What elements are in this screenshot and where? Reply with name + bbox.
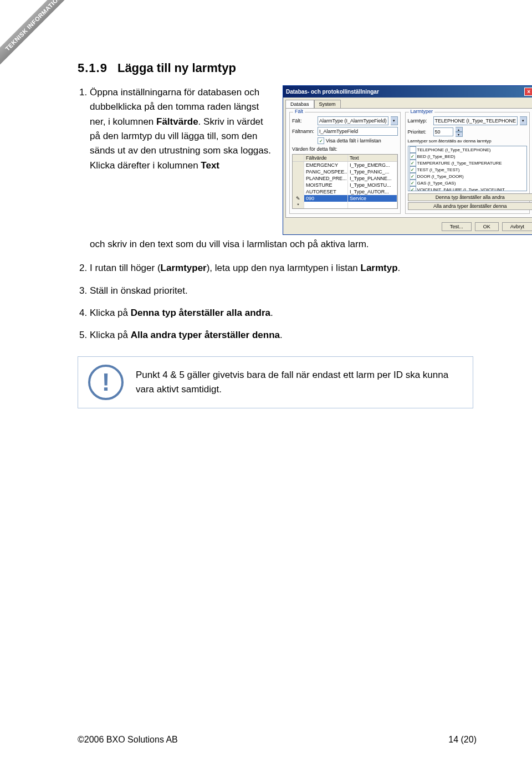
btn-others-reset[interactable]: Alla andra typer återställer denna bbox=[408, 202, 532, 210]
input-falt[interactable]: AlarmType (I_AlarmTypeField) bbox=[318, 116, 388, 125]
section-heading: 5.1.9Lägga till ny larmtyp bbox=[78, 61, 477, 75]
table-row: PANIC_NOSPEE...I_Type_PANIC_... bbox=[293, 168, 397, 175]
btn-ok[interactable]: OK bbox=[475, 222, 499, 231]
spin-down-icon[interactable]: ▾ bbox=[456, 132, 463, 137]
step-1-continued: och skriv in den text som du vill visa i… bbox=[90, 237, 477, 252]
check-icon: ✓ bbox=[318, 137, 324, 144]
table-row: AUTORESETI_Type_AUTOR... bbox=[293, 188, 397, 195]
step-4: Klicka på Denna typ återställer alla and… bbox=[90, 306, 477, 320]
dialog-buttons: Test... OK Avbryt bbox=[283, 220, 532, 234]
dialog-tabs: Databas System bbox=[283, 98, 532, 108]
input-larmtyp[interactable]: TELEPHONE (I_Type_TELEPHONE bbox=[433, 116, 518, 125]
footer-left: ©2006 BXO Solutions AB bbox=[78, 735, 178, 745]
spin-up-icon[interactable]: ▴ bbox=[456, 127, 463, 132]
tab-system[interactable]: System bbox=[314, 100, 341, 108]
fieldset-larmtyper-title: Larmtyper bbox=[409, 109, 435, 114]
dialog-title: Databas- och protokollinställningar bbox=[286, 89, 379, 95]
table-row-empty: * bbox=[293, 202, 397, 208]
col-text: Text bbox=[348, 155, 397, 161]
corner-ribbon: TEKNISK INFORMATION bbox=[0, 0, 83, 83]
note-text: Punkt 4 & 5 gäller givetvis bara de fall… bbox=[136, 368, 463, 396]
col-faltvarde: Fältvärde bbox=[304, 155, 348, 161]
fieldset-falt: Fält Fält: AlarmType (I_AlarmTypeField) … bbox=[289, 112, 401, 214]
values-table[interactable]: Fältvärde Text EMERGENCYI_Type_EMERG... … bbox=[292, 154, 398, 209]
dropdown-icon[interactable]: ▾ bbox=[520, 116, 527, 125]
footer-right: 14 (20) bbox=[448, 735, 477, 745]
tab-databas[interactable]: Databas bbox=[285, 100, 314, 108]
table-row: EMERGENCYI_Type_EMERG... bbox=[293, 162, 397, 168]
page-footer: ©2006 BXO Solutions AB 14 (20) bbox=[78, 735, 477, 745]
label-prioritet: Prioritet: bbox=[408, 129, 431, 135]
input-prioritet[interactable]: 50 bbox=[433, 127, 453, 136]
settings-dialog: Databas- och protokollinställningar × Da… bbox=[283, 85, 532, 235]
table-row-selected: ✎090Service bbox=[293, 195, 397, 202]
step-2: I rutan till höger (Larmtyper), leta upp… bbox=[90, 261, 477, 275]
input-faltnamn[interactable]: I_AlarmTypeField bbox=[318, 127, 398, 136]
info-icon: ! bbox=[88, 365, 124, 400]
btn-reset-all[interactable]: Denna typ återställer alla andra bbox=[408, 193, 532, 201]
step-list-cont: I rutan till höger (Larmtyper), leta upp… bbox=[78, 261, 477, 342]
close-icon[interactable]: × bbox=[524, 88, 532, 96]
dialog-titlebar: Databas- och protokollinställningar × bbox=[283, 86, 532, 98]
fieldset-larmtyper: Larmtyper Larmtyp: TELEPHONE (I_Type_TEL… bbox=[405, 112, 530, 214]
step-5: Klicka på Alla andra typer återställer d… bbox=[90, 328, 477, 342]
dropdown-icon[interactable]: ▾ bbox=[391, 116, 398, 125]
section-title: Lägga till ny larmtyp bbox=[117, 61, 236, 75]
btn-cancel[interactable]: Avbryt bbox=[502, 222, 532, 231]
label-larmtyp: Larmtyp: bbox=[408, 118, 431, 124]
note-box: ! Punkt 4 & 5 gäller givetvis bara de fa… bbox=[78, 356, 473, 408]
checkbox-visa[interactable]: ✓ Visa detta fält i larmlistan bbox=[318, 137, 398, 144]
fieldset-falt-title: Fält bbox=[293, 109, 305, 114]
values-header: Värden för detta fält: bbox=[292, 146, 398, 152]
larmtyper-checklist[interactable]: TELEPHONE (I_Type_TELEPHONE) ✓BED (I_Typ… bbox=[408, 146, 528, 191]
step-list: Öppna inställningarna för databasen och … bbox=[78, 85, 274, 173]
step-3: Ställ in önskad prioritet. bbox=[90, 284, 477, 298]
btn-test[interactable]: Test... bbox=[442, 222, 472, 231]
label-falt: Fält: bbox=[292, 118, 315, 124]
ribbon-label: TEKNISK INFORMATION bbox=[0, 0, 76, 66]
table-row: PLANNED_PRE...I_Type_PLANNE... bbox=[293, 175, 397, 182]
list-label: Larmtyper som återställs av denna larmty… bbox=[408, 139, 528, 144]
step-1: Öppna inställningarna för databasen och … bbox=[90, 85, 274, 173]
table-row: MOISTUREI_Type_MOISTU... bbox=[293, 182, 397, 188]
label-faltnamn: Fältnamn: bbox=[292, 129, 315, 134]
